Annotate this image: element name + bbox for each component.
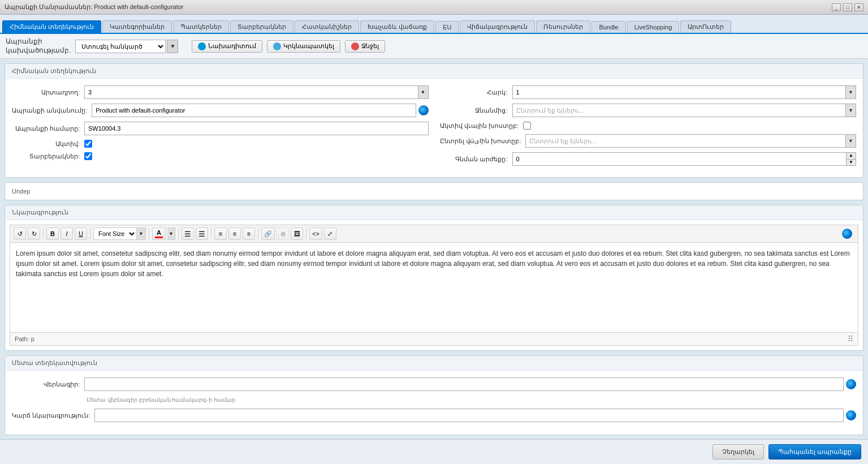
product-name-input-wrap: [92, 104, 428, 117]
select-sale-arrow-icon[interactable]: ▼: [846, 134, 856, 148]
maximize-button[interactable]: □: [843, 3, 852, 11]
preview-label: Նախադիտում: [208, 42, 256, 50]
undo-button[interactable]: ↺: [14, 227, 26, 240]
product-name-globe-icon[interactable]: [418, 105, 429, 115]
duplicate-label: Կրկնապատկել: [283, 42, 334, 50]
store-select[interactable]: Ստուգել հանկարծ: [75, 40, 166, 53]
fullscreen-button[interactable]: ⤢: [324, 227, 336, 240]
meta-desc-input-wrap: [94, 409, 856, 422]
meta-desc-globe-icon[interactable]: [846, 410, 856, 420]
editor-globe-icon[interactable]: [842, 229, 852, 239]
tab-stats[interactable]: Վիճակագրություն: [460, 20, 535, 33]
toolbar: Ապրանքի կախվածությամբ. Ստուգել հանկարծ ▼…: [0, 34, 868, 59]
tab-liveshopping[interactable]: LiveShopping: [627, 21, 680, 33]
product-number-input[interactable]: [84, 122, 429, 135]
tab-attributes[interactable]: Հատկանիշներ: [295, 20, 359, 33]
active-sale-checkbox[interactable]: [523, 122, 531, 130]
quantity-input[interactable]: [512, 152, 847, 166]
tab-resources[interactable]: Ռեսուրսներ: [536, 20, 590, 33]
active-sale-row: Ակտիվ վւային խոստըբ:: [440, 122, 857, 130]
price-select[interactable]: 1: [512, 85, 847, 99]
main-content: Հիմնական տեղեկություն Արտադրող: 3 ▼: [0, 59, 868, 440]
editor-path-bar: Path: p ⠿: [10, 333, 858, 346]
variants-checkbox[interactable]: [84, 152, 92, 160]
store-select-arrow-icon[interactable]: ▼: [167, 40, 178, 53]
meta-section-body: Վերնագիր: Մետա վերնագիր բրոնական համակար…: [5, 371, 863, 435]
font-size-arrow-icon[interactable]: ▼: [137, 227, 146, 240]
list-unordered-button[interactable]: ☰: [182, 227, 194, 240]
product-name-row: Ապրանքի անվանումը:: [12, 104, 429, 117]
toolbar-sep-4: [178, 228, 179, 239]
quantity-spinbox: ▲ ▼: [512, 152, 857, 166]
article-select[interactable]: 3: [84, 85, 418, 99]
titlebar: Ապրանքի Մանրամասներ: Product with defaul…: [0, 0, 868, 15]
active-checkbox[interactable]: [84, 140, 92, 148]
meta-desc-label: Կարճ նկարագրություն:: [12, 412, 90, 419]
product-store-line2: կախվածությամբ.: [6, 46, 71, 55]
minimize-button[interactable]: _: [832, 3, 841, 11]
description-section: Նկարագրություն ↺ ↻ B I U Font Size ▼: [5, 205, 863, 351]
code-button[interactable]: <>: [309, 227, 322, 240]
product-store-label: Ապրանքի կախվածությամբ.: [6, 37, 71, 55]
unlink-button[interactable]: ⊘: [277, 227, 289, 240]
price-select-arrow-icon[interactable]: ▼: [846, 85, 856, 99]
article-select-arrow-icon[interactable]: ▼: [418, 85, 429, 99]
cancel-button[interactable]: Չեղարկել: [712, 444, 764, 459]
align-center-button[interactable]: ≡: [228, 227, 241, 240]
basic-section-body: Արտադրող: 3 ▼ Ապրանքի անվանումը:: [5, 79, 863, 177]
list-ordered-button[interactable]: ☰: [196, 227, 208, 240]
store-select-wrap: Ստուգել հանկարծ ▼: [75, 40, 178, 53]
editor-resize-handle[interactable]: ⠿: [848, 334, 853, 343]
bottombar: Չեղարկել Պահպանել ապրանքը: [0, 439, 868, 464]
tab-variants[interactable]: Տարբերակներ: [230, 20, 293, 33]
meta-hint-row: Մետա վերնագիր բրոնական համակարգ֊ի համար: [12, 397, 856, 403]
tax-select-arrow-icon[interactable]: ▼: [846, 104, 856, 117]
undep-label: Undep: [12, 188, 30, 195]
meta-title-input[interactable]: [84, 377, 844, 391]
price-label: Հարկ:: [440, 89, 508, 96]
basic-left-col: Արտադրող: 3 ▼ Ապրանքի անվանումը:: [12, 85, 429, 170]
price-select-wrap: 1 ▼: [512, 85, 857, 99]
product-name-input[interactable]: [92, 104, 416, 117]
toolbar-sep-7: [306, 228, 306, 239]
tab-basic[interactable]: Հիմնական տեղեկություն: [2, 20, 101, 33]
meta-title-hint: Մետա վերնագիր բրոնական համակարգ֊ի համար: [84, 397, 235, 403]
tax-label: Ջնանմից:: [440, 107, 508, 114]
tab-artouter[interactable]: ԱրտՈւտեր: [680, 20, 731, 33]
image-insert-button[interactable]: 🖼: [291, 227, 303, 240]
tax-select-wrap: Ընտրում եք ելնելու... ▼: [512, 104, 857, 117]
delete-button[interactable]: Ջնջել: [345, 40, 385, 53]
italic-button[interactable]: I: [61, 227, 73, 240]
underline-button[interactable]: U: [75, 227, 87, 240]
editor-content-area[interactable]: Lorem ipsum dolor sit amet, consetetur s…: [10, 242, 858, 333]
close-button[interactable]: ✕: [854, 3, 863, 11]
meta-section: Մետա տեղեկատվություն Վերնագիր: Մետա վերն…: [5, 355, 863, 435]
link-button[interactable]: 🔗: [261, 227, 275, 240]
tab-categories[interactable]: Կատեգորիաներ: [102, 20, 172, 33]
tab-eu[interactable]: ЕU: [435, 21, 459, 33]
font-color-arrow-icon[interactable]: ▼: [167, 227, 175, 240]
meta-title-globe-icon[interactable]: [846, 379, 856, 389]
tax-select[interactable]: Ընտրում եք ելնելու...: [512, 104, 847, 117]
meta-desc-input[interactable]: [94, 409, 844, 422]
preview-button[interactable]: Նախադիտում: [192, 40, 262, 53]
redo-button[interactable]: ↻: [28, 227, 40, 240]
font-color-button[interactable]: A: [152, 227, 166, 240]
quantity-increment-button[interactable]: ▲: [847, 153, 856, 160]
align-right-button[interactable]: ≡: [243, 227, 255, 240]
product-number-row: Ապրանքի համարը:: [12, 122, 429, 135]
tab-images[interactable]: Պատկերներ: [173, 20, 229, 33]
tab-cross-sell[interactable]: Խաչաձև վաճառք: [360, 20, 434, 33]
select-sale-select[interactable]: Ընտրում եք ելնելու...: [525, 134, 846, 148]
font-size-select[interactable]: Font Size: [93, 227, 137, 240]
tab-bundle[interactable]: Bundle: [591, 21, 625, 33]
duplicate-button[interactable]: Կրկնապատկել: [267, 40, 340, 53]
bold-button[interactable]: B: [46, 227, 59, 240]
save-button[interactable]: Պահպանել ապրանքը: [768, 444, 861, 459]
preview-icon: [198, 42, 206, 50]
meta-title-row: Վերնագիր:: [12, 377, 856, 391]
quantity-decrement-button[interactable]: ▼: [847, 160, 856, 166]
toolbar-sep-6: [258, 228, 258, 239]
font-color-bar: [155, 237, 163, 238]
align-left-button[interactable]: ≡: [214, 227, 227, 240]
